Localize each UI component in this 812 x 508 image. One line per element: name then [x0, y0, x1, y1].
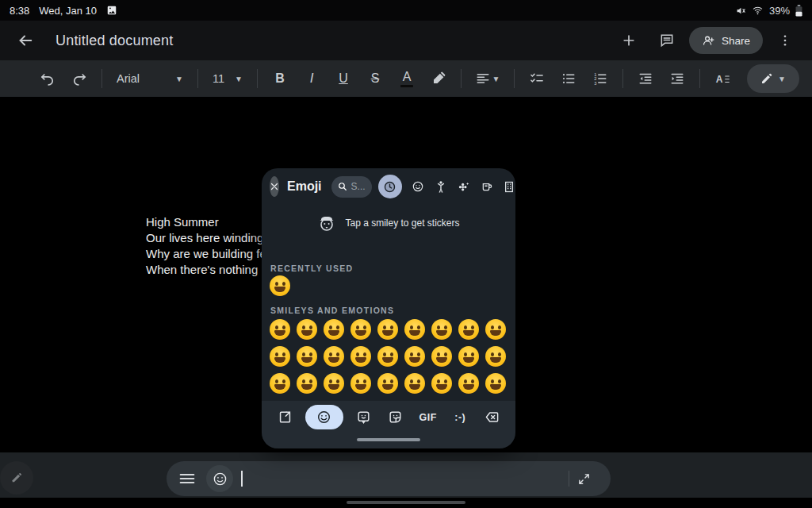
bitmoji-tab[interactable]: [384, 406, 408, 429]
emoji-grid: 😀😃😄😁😆😅😂🤣😭😉😗😙😚😘🥰😍🤩🥳🫠🙃🙂🥲🥹😊☺️😌😏: [270, 319, 506, 394]
emoji-grinning-face-smiling-eyes[interactable]: 😄: [324, 319, 344, 340]
emoji-face-holding-back-tears[interactable]: 🥹: [377, 373, 398, 394]
highlight-color-button[interactable]: [423, 63, 454, 94]
comments-icon[interactable]: [651, 25, 683, 56]
emoji-smiling-face-with-tear[interactable]: 🥲: [350, 373, 371, 394]
emoji-glyph: 😚: [350, 346, 371, 367]
emoji-glyph: 🙂: [324, 373, 344, 394]
sticker-tab[interactable]: [351, 406, 375, 429]
emoji-face-blowing-kiss[interactable]: 😘: [377, 346, 398, 367]
bulleted-list-button[interactable]: [553, 63, 584, 94]
emoji-smiling-face-smiling-eyes[interactable]: 😊: [404, 373, 425, 394]
emoji-loudly-crying-face[interactable]: 😭: [485, 319, 506, 340]
emoji-glyph: 😂: [431, 319, 452, 340]
keyboard-drag-handle[interactable]: [357, 438, 420, 441]
undo-button[interactable]: [32, 63, 63, 94]
numbered-list-button[interactable]: 123: [584, 63, 616, 94]
add-comment-plus-button[interactable]: [613, 25, 645, 56]
emoji-toggle-button[interactable]: [206, 465, 233, 492]
backspace-key[interactable]: [481, 406, 504, 429]
nav-handle[interactable]: [347, 501, 465, 504]
emoji-kissing-face-smiling-eyes[interactable]: 😙: [324, 346, 344, 367]
emoji-star-struck[interactable]: 🤩: [458, 346, 479, 367]
italic-button[interactable]: I: [296, 63, 327, 94]
formatting-toolbar: Arial ▼ 11 ▼ B I U S A ▼ 123 A ▼: [0, 60, 812, 97]
smiley-icon: [213, 471, 228, 487]
category-smileys[interactable]: [412, 180, 425, 193]
checklist-button[interactable]: [521, 63, 553, 94]
overflow-menu-icon[interactable]: [769, 25, 801, 56]
emoji-grinning-face-big-eyes[interactable]: 😃: [297, 319, 317, 340]
emoji-keyboard-panel: Emoji S... Ta: [262, 168, 515, 448]
emoji-tab-selected[interactable]: [305, 405, 343, 429]
emoji-beaming-face[interactable]: 😁: [350, 319, 371, 340]
emoji-glyph: 🥲: [350, 373, 371, 394]
gif-tab[interactable]: GIF: [416, 406, 440, 429]
emoji-search-field[interactable]: S...: [331, 176, 372, 198]
search-icon: [338, 182, 347, 191]
person-icon: [435, 180, 446, 194]
font-size: 11: [213, 72, 224, 85]
emoji-glyph: 😏: [485, 373, 506, 394]
strikethrough-button[interactable]: S: [359, 63, 391, 94]
share-button[interactable]: Share: [689, 27, 763, 54]
emoji-relieved-face[interactable]: 😌: [458, 373, 479, 394]
emoji-slightly-smiling-face[interactable]: 🙂: [324, 373, 344, 394]
back-button[interactable]: [10, 25, 41, 56]
emoji-smiling-face[interactable]: ☺️: [431, 373, 452, 394]
mute-icon: [736, 6, 746, 16]
category-food[interactable]: [481, 180, 494, 193]
emoji-melting-face[interactable]: 🫠: [270, 373, 290, 394]
emoji-smirking-face[interactable]: 😏: [485, 373, 506, 394]
edit-pencil-fab[interactable]: [0, 461, 33, 495]
emoji-glyph: 😀: [270, 319, 290, 340]
emoji-smiling-face-with-hearts[interactable]: 🥰: [404, 346, 425, 367]
emoji-glyph: 🙃: [297, 373, 317, 394]
font-size-dropdown[interactable]: 11 ▼: [205, 63, 251, 94]
emoji-panel-title: Emoji: [287, 179, 322, 194]
emoji-grinning-face-with-sweat[interactable]: 😅: [404, 319, 425, 340]
clipboard-button[interactable]: [273, 406, 297, 429]
align-dropdown[interactable]: ▼: [468, 63, 508, 94]
emoji-loudly-crying-face[interactable]: 😭: [270, 275, 290, 296]
redo-button[interactable]: [63, 63, 95, 94]
emoji-rolling-on-floor-laughing[interactable]: 🤣: [458, 319, 479, 340]
emoji-upside-down-face[interactable]: 🙃: [297, 373, 317, 394]
recently-used-label: RECENTLY USED: [270, 264, 353, 273]
menu-icon[interactable]: [179, 472, 195, 485]
svg-text:A: A: [716, 74, 723, 85]
paragraph-format-button[interactable]: A: [707, 63, 738, 94]
emoji-partying-face[interactable]: 🥳: [485, 346, 506, 367]
status-bar: 8:38 Wed, Jan 10 39%: [0, 0, 812, 21]
pencil-icon: [10, 471, 23, 484]
category-recently-used[interactable]: [378, 175, 402, 198]
category-travel[interactable]: [504, 180, 515, 194]
indent-button[interactable]: [661, 63, 693, 94]
emoji-winking-face[interactable]: 😉: [270, 346, 290, 367]
emoji-glyph: 😌: [458, 373, 479, 394]
collapse-keyboard-icon[interactable]: [569, 464, 598, 493]
category-nature[interactable]: [458, 180, 471, 193]
emoji-grinning-squinting-face[interactable]: 😆: [377, 319, 398, 340]
emoji-glyph: 😁: [350, 319, 371, 340]
outdent-button[interactable]: [630, 63, 661, 94]
battery-percent: 39%: [769, 5, 790, 17]
font-family-dropdown[interactable]: Arial ▼: [109, 63, 191, 94]
sticker-mascot-icon: [317, 214, 336, 232]
document-title[interactable]: Untitled document: [56, 33, 173, 49]
emoji-heart-eyes[interactable]: 😍: [431, 346, 452, 367]
close-button[interactable]: [270, 176, 279, 197]
emoticon-tab[interactable]: :-): [448, 406, 472, 429]
close-icon: [270, 182, 279, 191]
emoji-grinning-face[interactable]: 😀: [270, 319, 290, 340]
emoji-glyph: 😆: [377, 319, 398, 340]
underline-button[interactable]: U: [327, 63, 359, 94]
emoji-kissing-face-closed-eyes[interactable]: 😚: [350, 346, 371, 367]
emoji-kissing-face[interactable]: 😗: [297, 346, 317, 367]
text-color-button[interactable]: A: [391, 63, 423, 94]
category-people[interactable]: [435, 180, 448, 194]
emoji-glyph: 😃: [297, 319, 317, 340]
edit-mode-button[interactable]: ▼: [747, 64, 799, 93]
bold-button[interactable]: B: [264, 63, 296, 94]
emoji-face-with-tears-of-joy[interactable]: 😂: [431, 319, 452, 340]
